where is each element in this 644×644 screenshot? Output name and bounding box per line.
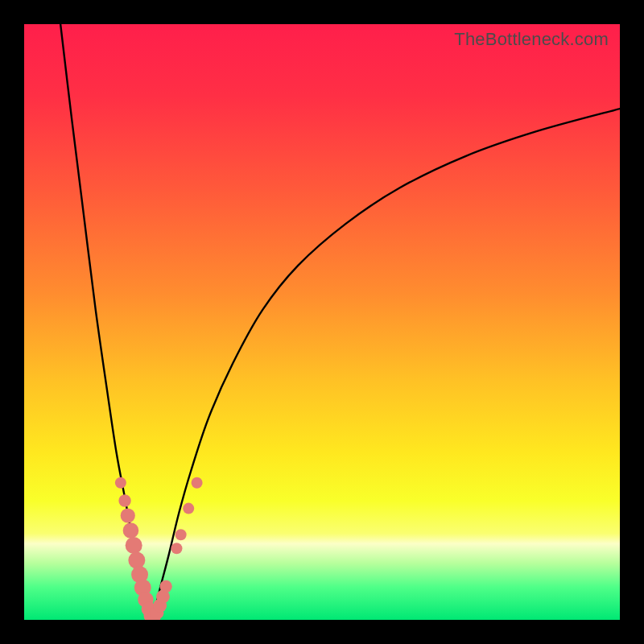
sample-point <box>128 552 145 569</box>
chart-frame: TheBottleneck.com <box>0 0 644 644</box>
curve-right-branch <box>151 109 620 618</box>
sample-point <box>192 477 203 489</box>
sample-point <box>115 477 126 489</box>
plot-area: TheBottleneck.com <box>24 24 620 620</box>
sample-point <box>121 508 135 522</box>
sample-point <box>183 503 194 514</box>
curve-layer <box>24 24 620 620</box>
sample-point <box>123 522 139 539</box>
sample-point <box>118 494 130 506</box>
sample-point <box>126 537 142 554</box>
sample-point <box>171 543 182 554</box>
marker-group <box>115 477 203 620</box>
sample-point <box>159 580 171 592</box>
sample-point <box>175 529 187 540</box>
